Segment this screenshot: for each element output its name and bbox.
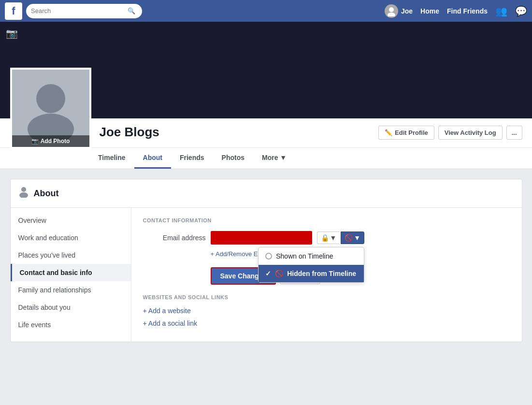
add-website-link[interactable]: + Add a website <box>143 307 510 315</box>
activity-log-label: View Activity Log <box>445 129 496 136</box>
tab-photos[interactable]: Photos <box>213 148 253 169</box>
email-row: Email address 🔒 ▼ 🚫 ▼ Sh <box>143 231 510 245</box>
privacy-dropdown-button[interactable]: 🚫 ▼ <box>341 231 364 244</box>
search-bar[interactable]: 🔍 <box>26 4 142 18</box>
profile-inner: 📷 Add Photo Joe Blogs ✏️ Edit Profile Vi… <box>10 118 522 147</box>
radio-circle <box>265 253 272 260</box>
home-link[interactable]: Home <box>420 7 439 15</box>
person-icon <box>18 186 29 201</box>
sidebar-item-family[interactable]: Family and relationships <box>11 281 131 299</box>
sidebar-item-places[interactable]: Places you've lived <box>11 246 131 264</box>
about-header: About <box>11 179 522 208</box>
friends-icon[interactable]: 👥 <box>495 5 507 17</box>
camera-icon: 📷 <box>31 138 39 145</box>
no-entry-icon: 🚫 <box>345 234 353 242</box>
about-section: About Overview Work and education Places… <box>10 179 522 342</box>
edit-profile-button[interactable]: ✏️ Edit Profile <box>378 126 434 140</box>
add-photo-label: Add Photo <box>41 138 70 145</box>
svg-point-2 <box>36 84 65 113</box>
tab-timeline[interactable]: Timeline <box>89 148 134 169</box>
search-icon: 🔍 <box>128 7 135 14</box>
about-body: Overview Work and education Places you'v… <box>11 208 522 342</box>
profile-section: 📷 📷 Add Photo Joe Blogs ✏️ <box>0 22 532 169</box>
lock-button[interactable]: 🔒 ▼ <box>317 231 340 244</box>
add-social-label: + Add a social link <box>143 319 197 327</box>
tab-friends[interactable]: Friends <box>171 148 213 169</box>
hidden-from-timeline-option[interactable]: ✓ 🚫 Hidden from Timeline <box>259 265 364 282</box>
profile-tabs: Timeline About Friends Photos More ▼ <box>0 147 532 169</box>
email-label: Email address <box>143 234 206 242</box>
profile-name: Joe Blogs <box>100 125 379 143</box>
svg-point-4 <box>21 187 26 192</box>
update-cover-photo-icon[interactable]: 📷 <box>6 28 18 39</box>
privacy-chevron-icon: ▼ <box>354 234 360 242</box>
search-input[interactable] <box>31 7 128 14</box>
sidebar-item-details[interactable]: Details about you <box>11 299 131 316</box>
sidebar-item-life-events[interactable]: Life events <box>11 316 131 333</box>
hidden-from-timeline-label: Hidden from Timeline <box>287 270 356 277</box>
edit-profile-label: Edit Profile <box>395 129 428 136</box>
svg-point-5 <box>19 192 28 198</box>
shown-on-timeline-option[interactable]: Shown on Timeline <box>259 247 364 265</box>
avatar <box>385 4 398 18</box>
profile-photo: 📷 Add Photo <box>10 68 91 149</box>
about-main: CONTACT INFORMATION Email address 🔒 ▼ 🚫 … <box>131 208 522 342</box>
profile-tabs-inner: Timeline About Friends Photos More ▼ <box>89 148 532 169</box>
messenger-icon[interactable]: 💬 <box>515 5 527 17</box>
no-timeline-icon: 🚫 <box>275 270 283 277</box>
lock-icon: 🔒 <box>321 234 329 242</box>
websites-section-label: WEBSITES AND SOCIAL LINKS <box>143 294 510 300</box>
about-sidebar: Overview Work and education Places you'v… <box>11 208 131 342</box>
ellipsis-label: ... <box>512 129 517 136</box>
tab-more[interactable]: More ▼ <box>253 148 295 169</box>
view-activity-log-button[interactable]: View Activity Log <box>438 126 503 140</box>
tab-about[interactable]: About <box>134 148 171 169</box>
sidebar-item-overview[interactable]: Overview <box>11 212 131 229</box>
privacy-dropdown: Shown on Timeline ✓ 🚫 Hidden from Timeli… <box>258 247 364 283</box>
chevron-down-icon: ▼ <box>330 234 337 242</box>
add-social-link[interactable]: + Add a social link <box>143 319 510 327</box>
pencil-icon: ✏️ <box>385 129 392 136</box>
find-friends-link[interactable]: Find Friends <box>447 7 488 15</box>
nav-user[interactable]: Joe <box>385 4 413 18</box>
checkmark-icon: ✓ <box>265 270 271 277</box>
about-title: About <box>34 188 59 199</box>
sidebar-item-contact[interactable]: Contact and basic info <box>11 264 131 281</box>
facebook-logo: f <box>5 2 22 20</box>
contact-section-label: CONTACT INFORMATION <box>143 217 510 223</box>
profile-actions: ✏️ Edit Profile View Activity Log ... <box>378 126 522 143</box>
nav-username: Joe <box>401 7 413 15</box>
shown-on-timeline-label: Shown on Timeline <box>276 252 333 260</box>
sidebar-item-work[interactable]: Work and education <box>11 229 131 246</box>
profile-photo-container: 📷 Add Photo <box>10 68 92 150</box>
nav-right: Joe Home Find Friends 👥 💬 <box>385 4 527 18</box>
svg-point-0 <box>389 7 394 12</box>
add-photo-button[interactable]: 📷 Add Photo <box>12 135 89 147</box>
privacy-controls: 🔒 ▼ 🚫 ▼ Shown on Timeline <box>317 231 365 244</box>
add-website-label: + Add a website <box>143 307 191 315</box>
more-options-button[interactable]: ... <box>506 126 522 140</box>
email-input[interactable] <box>211 231 312 245</box>
top-nav: f 🔍 Joe Home Find Friends 👥 💬 <box>0 0 532 22</box>
svg-point-1 <box>388 13 395 16</box>
websites-section: WEBSITES AND SOCIAL LINKS + Add a websit… <box>143 294 510 327</box>
